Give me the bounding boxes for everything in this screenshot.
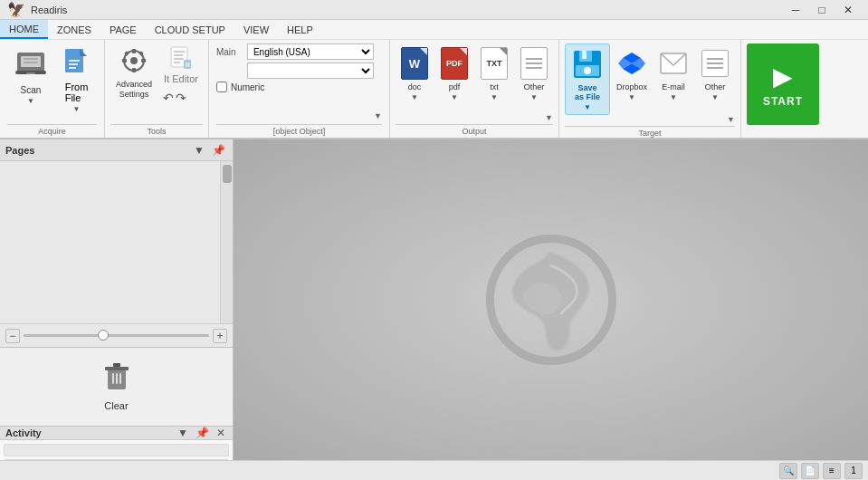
dropbox-icon-area: [616, 46, 647, 81]
status-number-icon[interactable]: 1: [844, 463, 863, 479]
minimize-button[interactable]: ─: [783, 1, 808, 19]
email-dropdown: ▼: [670, 93, 677, 101]
output-other-button[interactable]: Other ▼: [515, 43, 553, 104]
menu-item-page[interactable]: PAGE: [100, 20, 146, 39]
target-section: Saveas File ▼ Dropbox ▼: [559, 40, 741, 138]
numeric-checkbox[interactable]: [216, 82, 227, 92]
from-file-button[interactable]: FromFile ▼: [56, 43, 97, 117]
svg-point-30: [584, 67, 591, 74]
main-language-row: Main English (USA) French German Spanish: [216, 43, 382, 60]
maximize-button[interactable]: □: [809, 1, 835, 19]
activity-pin-button[interactable]: 📌: [194, 427, 211, 439]
svg-rect-38: [113, 363, 120, 367]
start-button[interactable]: ▶ START: [747, 43, 819, 125]
scan-icon: [14, 47, 47, 83]
menu-item-zones[interactable]: ZONES: [48, 20, 100, 39]
canvas-area: [234, 139, 868, 460]
txt-label: txt: [490, 82, 499, 91]
tools-content: AdvancedSettings It: [110, 43, 203, 122]
numeric-row: Numeric: [216, 82, 382, 92]
start-label: START: [763, 95, 803, 108]
target-other-button[interactable]: Other ▼: [695, 43, 735, 104]
zoom-slider[interactable]: [24, 334, 209, 337]
menu-item-home[interactable]: HOME: [0, 20, 48, 39]
ribbon: Scan ▼ FromFile ▼ Acquire: [0, 40, 868, 139]
dropbox-button[interactable]: Dropbox ▼: [612, 43, 652, 104]
pages-collapse-button[interactable]: ▼: [192, 144, 206, 157]
main-lang-label: Main: [216, 47, 243, 57]
tools-label: Tools: [110, 124, 203, 138]
secondary-language-row: [216, 62, 382, 79]
svg-rect-2: [24, 58, 38, 60]
zoom-in-button[interactable]: +: [213, 329, 227, 343]
txt-icon-text: TXT: [486, 59, 501, 68]
output-label: Output: [396, 124, 553, 138]
target-icons: Saveas File ▼ Dropbox ▼: [565, 43, 735, 115]
text-editor-icon: It: [170, 46, 192, 72]
menu-item-view[interactable]: VIEW: [234, 20, 278, 39]
other-out-label: Other: [524, 82, 545, 91]
pages-scrollbar[interactable]: [220, 161, 233, 323]
scrollbar-thumb: [223, 165, 232, 183]
pdf-dropdown: ▼: [451, 93, 458, 101]
activity-close-button[interactable]: ✕: [215, 427, 227, 439]
svg-rect-39: [112, 373, 114, 384]
doc-dropdown: ▼: [411, 93, 418, 101]
svg-rect-15: [122, 59, 127, 62]
output-doc-button[interactable]: W doc ▼: [396, 43, 434, 104]
menu-item-help[interactable]: HELP: [278, 20, 322, 39]
other-out-dropdown: ▼: [530, 93, 538, 101]
status-list-icon[interactable]: ≡: [823, 463, 841, 479]
svg-rect-13: [132, 49, 136, 53]
zoom-out-button[interactable]: −: [5, 329, 20, 343]
email-icon-area: [658, 46, 689, 81]
tools-right: It It Editor ↶ ↷: [159, 43, 203, 107]
svg-rect-22: [174, 58, 184, 60]
title-controls: ─ □ ✕: [783, 1, 861, 19]
from-file-dropdown: ▼: [73, 105, 81, 113]
title-bar-left: 🦅 Readiris: [7, 1, 67, 18]
start-play-icon: ▶: [773, 62, 793, 91]
output-expand-row: ▼: [396, 113, 553, 122]
save-dropdown: ▼: [584, 103, 591, 111]
advanced-settings-label: AdvancedSettings: [116, 80, 152, 100]
output-expand-icon[interactable]: ▼: [545, 113, 553, 122]
text-editor-button[interactable]: It It Editor: [159, 43, 203, 87]
activity-collapse-button[interactable]: ▼: [176, 427, 190, 439]
pages-header: Pages ▼ 📌: [0, 139, 233, 161]
menu-bar: HOME ZONES PAGE CLOUD SETUP VIEW HELP: [0, 20, 868, 40]
target-other-dropdown: ▼: [711, 93, 719, 101]
dropbox-label: Dropbox: [616, 82, 647, 91]
other-out-icon-area: [520, 46, 548, 81]
status-bar: 🔍 📄 ≡ 1: [0, 460, 868, 480]
secondary-language-select[interactable]: [247, 62, 374, 79]
languages-expand-icon[interactable]: ▼: [374, 111, 382, 120]
svg-rect-40: [116, 373, 118, 384]
numeric-label: Numeric: [231, 82, 264, 92]
pages-pin-button[interactable]: 📌: [210, 144, 227, 157]
menu-item-cloud-setup[interactable]: CLOUD SETUP: [146, 20, 234, 39]
target-expand-icon[interactable]: ▼: [727, 115, 735, 124]
svg-rect-37: [105, 367, 129, 370]
redo-button[interactable]: ↶ ↷: [159, 89, 203, 107]
email-button[interactable]: E-mail ▼: [653, 43, 693, 104]
save-as-file-button[interactable]: Saveas File ▼: [565, 43, 610, 115]
output-pdf-button[interactable]: PDF pdf ▼: [435, 43, 473, 104]
txt-dropdown: ▼: [491, 93, 498, 101]
scan-button[interactable]: Scan ▼: [7, 43, 54, 109]
advanced-settings-button[interactable]: AdvancedSettings: [110, 43, 157, 103]
lang-bottom: ▼: [216, 111, 382, 122]
svg-rect-8: [69, 60, 80, 62]
title-bar: 🦅 Readiris ─ □ ✕: [0, 0, 868, 20]
clear-button[interactable]: Clear: [95, 357, 138, 417]
output-txt-button[interactable]: TXT txt ▼: [475, 43, 513, 104]
doc-icon-text: W: [409, 57, 420, 71]
svg-rect-41: [119, 373, 121, 384]
doc-icon-area: W: [400, 46, 429, 81]
output-section: W doc ▼ PDF pdf ▼: [390, 40, 559, 138]
status-zoom-icon[interactable]: 🔍: [779, 463, 797, 479]
main-language-select[interactable]: English (USA) French German Spanish: [247, 43, 374, 60]
pdf-icon-text: PDF: [446, 59, 463, 68]
status-page-icon[interactable]: 📄: [801, 463, 819, 479]
close-button[interactable]: ✕: [835, 1, 861, 19]
